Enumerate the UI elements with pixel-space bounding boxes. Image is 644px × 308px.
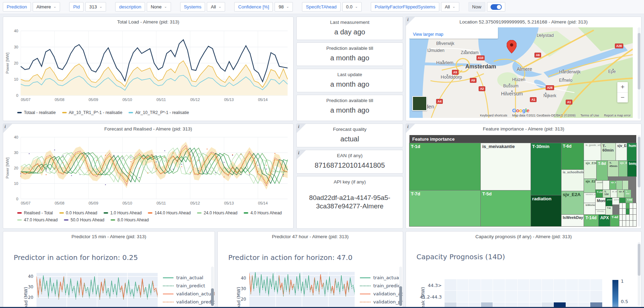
treemap-cell[interactable]: T-4d xyxy=(610,215,619,226)
legend-item[interactable]: 47.0 Hours Ahead xyxy=(17,217,58,222)
treemap-cell[interactable]: sjv_E4A xyxy=(616,143,627,161)
legend-item[interactable]: validation_actual xyxy=(163,291,215,296)
treemap-cell[interactable]: quarter xyxy=(612,198,619,205)
predictor-47hour-chart[interactable] xyxy=(249,272,355,308)
capacity-heatmap[interactable]: 44.3>41.2-44.334.6-41.2 xyxy=(406,279,642,308)
scrollbar[interactable] xyxy=(638,242,640,306)
info-icon[interactable]: i xyxy=(406,17,415,26)
systems-select[interactable]: All⌄ xyxy=(207,2,225,12)
panel-title[interactable]: Total Load - Almere (pid: 313) xyxy=(3,17,293,25)
confidence-label[interactable]: Confidence [%] xyxy=(234,2,273,12)
treemap-cell[interactable]: T-3d xyxy=(606,206,612,215)
treemap-cell[interactable]: T-14d xyxy=(584,215,599,226)
info-icon[interactable]: i xyxy=(297,150,306,159)
treemap-cell[interactable]: is_schoolholiday xyxy=(561,170,584,192)
specifctahead-select[interactable]: 0.0⌄ xyxy=(342,2,362,12)
info-icon[interactable]: i xyxy=(297,124,306,133)
treemap-cell[interactable]: sjv_E2A xyxy=(561,191,584,214)
treemap-cell[interactable]: IsSunday xyxy=(596,210,606,215)
forecast-chart[interactable]: 05/0705/0805/0905/1005/1105/1205/1305/14… xyxy=(5,133,293,207)
legend-item[interactable]: validation_actual xyxy=(360,291,403,296)
treemap-cell[interactable]: saturation_pressure xyxy=(584,193,595,203)
total-load-chart[interactable]: 05/0705/0805/0905/1005/1105/1205/1305/14… xyxy=(5,27,293,105)
now-toggle[interactable] xyxy=(491,4,502,10)
predictor-15min-chart[interactable] xyxy=(37,273,158,308)
treemap-cell[interactable]: air_density xyxy=(611,190,617,198)
legend-item[interactable]: Alr_10_TR2_P*-1 - realisatie xyxy=(129,110,189,115)
legend-item[interactable]: train_predict xyxy=(360,283,403,288)
treemap-cell[interactable]: T-45min xyxy=(608,161,618,176)
description-label[interactable]: description xyxy=(115,2,145,12)
panel-title[interactable]: Predictor 47 hour - Almere (pid: 313) xyxy=(218,232,403,239)
panel-title[interactable]: Location 52.375091999999995, 5.216168 - … xyxy=(406,17,641,25)
prediction-select[interactable]: Almere⌄ xyxy=(33,2,60,12)
treemap-cell[interactable]: is_meivakantie xyxy=(481,143,531,190)
treemap-cell[interactable]: T-30min xyxy=(531,143,561,195)
treemap-cell[interactable]: temp xyxy=(627,161,636,176)
pid-label[interactable]: Pid xyxy=(69,2,84,12)
treemap-cell[interactable]: pressure xyxy=(606,198,612,206)
legend-item[interactable]: Totaal - realisatie xyxy=(17,110,56,115)
legend-item[interactable]: validation_predict xyxy=(360,299,403,304)
treemap-cell[interactable]: sjv_E3A xyxy=(617,190,624,198)
terms-of-use-link[interactable]: Terms of Use xyxy=(580,114,599,117)
treemap-cell[interactable]: T-1d xyxy=(409,143,481,190)
panel-title[interactable]: Capacity prognosis (if any) - Almere (pi… xyxy=(406,232,641,239)
google-logo[interactable]: Google xyxy=(512,107,530,113)
zoom-out-button[interactable]: − xyxy=(617,93,628,103)
legend-item[interactable]: 4.0 Hours Ahead xyxy=(244,210,282,215)
prediction-label[interactable]: Prediction xyxy=(3,2,31,12)
polarityfactor-select[interactable]: All⌄ xyxy=(441,2,459,12)
scrollbar[interactable] xyxy=(638,27,640,119)
legend-item[interactable]: 144.0 Hours Ahead xyxy=(148,210,191,215)
specifctahead-label[interactable]: SpecifcTAhead xyxy=(302,2,340,12)
treemap-cell[interactable]: APX xyxy=(599,215,610,226)
confidence-select[interactable]: 98⌄ xyxy=(275,2,293,12)
google-map[interactable]: BeverwijkIJmuidenZaandamHaarlemAmsterdam… xyxy=(409,27,633,118)
treemap-cell[interactable]: IsWeekendDay xyxy=(584,203,595,215)
legend-item[interactable]: validation_predict xyxy=(163,299,215,304)
treemap-cell[interactable]: T-8d xyxy=(597,161,608,181)
zoom-in-button[interactable]: + xyxy=(617,82,628,93)
legend-item[interactable]: 8.0 Hours Ahead xyxy=(111,217,149,222)
report-map-error-link[interactable]: Report a map error xyxy=(604,114,631,117)
legend-item[interactable]: 50.0 Hours Ahead xyxy=(64,217,104,222)
systems-label[interactable]: Systems xyxy=(180,2,205,12)
description-select[interactable]: None⌄ xyxy=(147,2,171,12)
satellite-toggle-thumbnail[interactable] xyxy=(412,96,427,111)
treemap-cell[interactable]: T-7d xyxy=(409,190,481,226)
treemap-cell[interactable]: sjv_E3B xyxy=(619,161,627,176)
map-pin[interactable] xyxy=(507,40,517,54)
scrollbar[interactable] xyxy=(638,135,640,227)
treemap-cell[interactable]: Month xyxy=(596,198,606,209)
treemap-cell[interactable]: T-12d xyxy=(603,190,611,198)
treemap-cell[interactable]: snowDepth xyxy=(596,181,603,190)
treemap-cell[interactable] xyxy=(603,181,610,190)
view-larger-map-link[interactable]: View larger map xyxy=(413,32,443,37)
treemap-cell[interactable]: T-10d xyxy=(624,190,631,198)
panel-title[interactable]: Forecast and Realised - Almere (pid: 313… xyxy=(3,124,293,132)
treemap-cell[interactable]: sjv_E3D xyxy=(610,181,616,190)
treemap-cell[interactable]: is_goede_vrijdag xyxy=(584,143,601,161)
pid-select[interactable]: 313⌄ xyxy=(85,2,106,12)
info-icon[interactable]: i xyxy=(3,124,12,133)
treemap-cell[interactable] xyxy=(623,181,629,190)
treemap-cell[interactable]: T-60min xyxy=(601,143,616,161)
panel-title[interactable]: Feature importance - Almere (pid: 313) xyxy=(406,124,641,132)
feature-importance-treemap[interactable]: Feature importance T-1dT-7dis_meivakanti… xyxy=(409,135,636,226)
treemap-cell[interactable]: sjv_E2B xyxy=(584,179,595,193)
treemap-cell[interactable]: T-5d xyxy=(481,190,531,226)
treemap-cell[interactable]: sjv_E3C xyxy=(584,161,597,179)
treemap-cell[interactable]: T-6d xyxy=(561,143,584,170)
legend-item[interactable]: 24.0 Hours Ahead xyxy=(197,210,237,215)
polarityfactor-label[interactable]: PolarityFactorFlippedSystems xyxy=(371,2,439,12)
treemap-cell[interactable]: IsWeekDay xyxy=(561,215,584,226)
scrollbar[interactable] xyxy=(399,267,402,306)
treemap-cell[interactable]: humidity xyxy=(627,143,636,161)
legend-item[interactable]: Realised - Total xyxy=(17,210,53,215)
legend-item[interactable]: train_actual xyxy=(360,275,403,280)
treemap-cell[interactable] xyxy=(616,181,622,190)
legend-item[interactable]: Alr_10_TR1_P*-1 - realisatie xyxy=(62,110,123,115)
treemap-cell[interactable]: radiation xyxy=(531,195,561,226)
keyboard-shortcuts-link[interactable]: Keyboard shortcuts xyxy=(480,114,507,117)
